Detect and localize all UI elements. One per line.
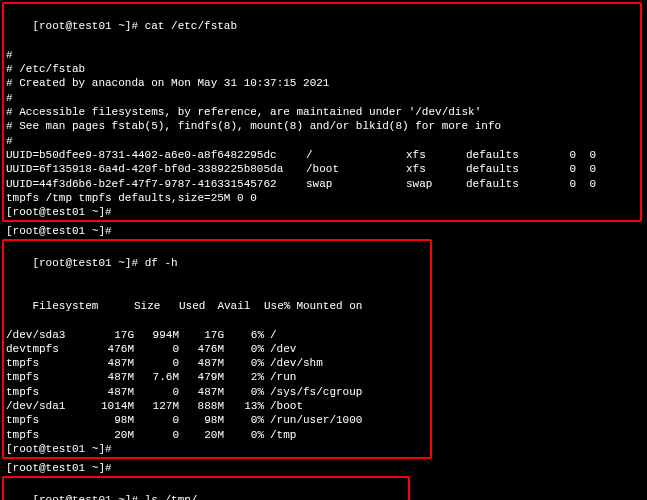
fstab-comment: # See man pages fstab(5), findfs(8), mou… xyxy=(6,119,638,133)
prompt-line[interactable]: [root@test01 ~]# df -h xyxy=(6,242,428,285)
fstab-tmpfs-line: tmpfs /tmp tmpfs defaults,size=25M 0 0 xyxy=(6,191,638,205)
df-row: tmpfs487M0487M0%/sys/fs/cgroup xyxy=(6,385,428,399)
fstab-entry: UUID=b50dfee9-8731-4402-a6e0-a8f6482295d… xyxy=(6,148,638,162)
command-text: ls /tmp/ xyxy=(145,494,198,500)
prompt-line[interactable]: [root@test01 ~]# xyxy=(6,442,428,456)
df-header: FilesystemSizeUsedAvailUse%Mounted on xyxy=(6,285,428,328)
terminal-block-df-before: [root@test01 ~]# df -h FilesystemSizeUse… xyxy=(2,239,432,459)
prompt-line[interactable]: [root@test01 ~]# cat /etc/fstab xyxy=(6,5,638,48)
df-row: /dev/sda317G994M17G6%/ xyxy=(6,328,428,342)
fstab-comment: # Created by anaconda on Mon May 31 10:3… xyxy=(6,76,638,90)
df-row: tmpfs98M098M0%/run/user/1000 xyxy=(6,413,428,427)
terminal-block-cat-fstab: [root@test01 ~]# cat /etc/fstab ## /etc/… xyxy=(2,2,642,222)
command-text: df -h xyxy=(145,257,178,269)
prompt-line[interactable]: [root@test01 ~]# xyxy=(2,224,645,238)
fstab-comment: # Accessible filesystems, by reference, … xyxy=(6,105,638,119)
command-text: cat /etc/fstab xyxy=(145,20,237,32)
df-row: tmpfs20M020M0%/tmp xyxy=(6,428,428,442)
fstab-comment: # /etc/fstab xyxy=(6,62,638,76)
df-row: tmpfs487M0487M0%/dev/shm xyxy=(6,356,428,370)
prompt-line[interactable]: [root@test01 ~]# ls /tmp/ xyxy=(6,479,406,501)
prompt-line[interactable]: [root@test01 ~]# xyxy=(6,205,638,219)
df-row: /dev/sda11014M127M888M13%/boot xyxy=(6,399,428,413)
df-row: devtmpfs476M0476M0%/dev xyxy=(6,342,428,356)
prompt: [root@test01 ~]# xyxy=(32,20,138,32)
prompt-line[interactable]: [root@test01 ~]# xyxy=(2,461,645,475)
prompt: [root@test01 ~]# xyxy=(32,494,138,500)
prompt: [root@test01 ~]# xyxy=(32,257,138,269)
fstab-entry: UUID=6f135918-6a4d-420f-bf0d-3389225b805… xyxy=(6,162,638,176)
fstab-entry: UUID=44f3d6b6-b2ef-47f7-9787-41633154576… xyxy=(6,177,638,191)
fstab-comment: # xyxy=(6,48,638,62)
fstab-comment: # xyxy=(6,134,638,148)
df-row: tmpfs487M7.6M479M2%/run xyxy=(6,370,428,384)
fstab-comment: # xyxy=(6,91,638,105)
terminal-block-ls-mount: [root@test01 ~]# ls /tmp/ [root@test01 ~… xyxy=(2,476,410,501)
